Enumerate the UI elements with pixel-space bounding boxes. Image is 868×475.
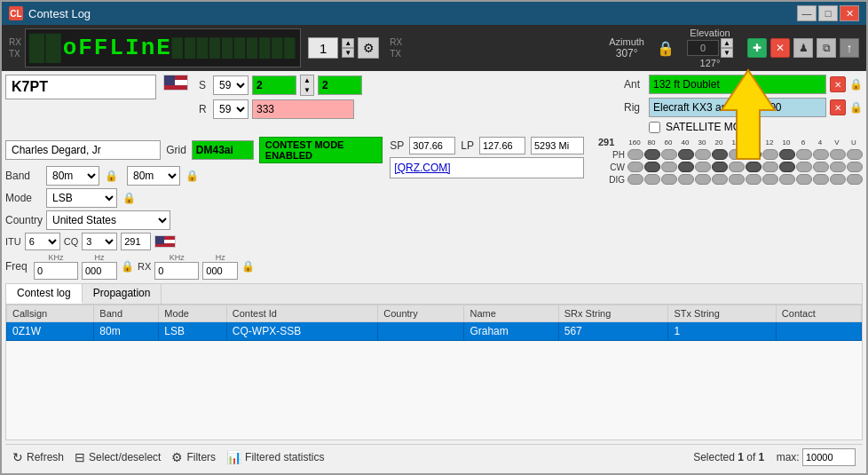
lp-label: LP: [461, 139, 474, 152]
dig-dot-14: [847, 174, 863, 185]
cw-dot-10: [779, 162, 795, 172]
rx-khz-input[interactable]: [154, 262, 199, 280]
col-band: Band: [94, 305, 159, 322]
grid-label: Grid: [166, 144, 186, 156]
callsign-input[interactable]: [5, 75, 156, 99]
rx-band-select[interactable]: 80m: [127, 166, 180, 186]
of-label: of: [746, 451, 755, 463]
freq-khz-label: KHz: [48, 253, 63, 262]
rx-hz-input[interactable]: [202, 262, 238, 280]
delete-button[interactable]: ✕: [770, 38, 790, 58]
refresh-label: Refresh: [27, 451, 64, 463]
refresh-button[interactable]: ↻ Refresh: [12, 450, 64, 464]
rig-input[interactable]: [649, 98, 826, 117]
cell-name: Graham: [464, 322, 558, 341]
cq-label: CQ: [64, 236, 79, 247]
max-input[interactable]: [802, 448, 856, 466]
ant-input[interactable]: [649, 75, 826, 94]
window-title: Contest Log: [28, 7, 91, 20]
r-select[interactable]: 59: [213, 99, 249, 119]
freq-hz-input[interactable]: [82, 262, 117, 280]
filtered-stats-button[interactable]: 📊 Filtered statistics: [226, 450, 324, 464]
r-value-input[interactable]: [252, 99, 354, 119]
copy-button[interactable]: ⧉: [817, 38, 836, 58]
az-el-section: Azimuth 307° 🔒 Elevation ▲ ▼ 127°: [609, 28, 733, 68]
table-row[interactable]: 0Z1W 80m LSB CQ-WPX-SSB Graham 567 1: [7, 322, 862, 341]
mode-lock-icon[interactable]: 🔒: [122, 192, 136, 204]
add-button[interactable]: ✚: [747, 38, 767, 58]
grid-input[interactable]: [192, 140, 254, 160]
maximize-button[interactable]: □: [818, 5, 838, 21]
stats-icon: 📊: [226, 450, 241, 464]
elevation-input[interactable]: [687, 40, 719, 56]
elevation-up-button[interactable]: ▲: [721, 38, 733, 48]
spinner-group: 1 ▲ ▼ ⚙: [308, 37, 379, 59]
cw-label: CW: [598, 162, 625, 172]
ant-delete-button[interactable]: ✕: [830, 76, 846, 92]
s-spinner-down[interactable]: ▼: [301, 85, 313, 95]
cw-dot-11: [796, 162, 812, 172]
itu-select[interactable]: 6: [25, 233, 60, 250]
title-buttons: — □ ✕: [797, 5, 859, 21]
tab-contest-log[interactable]: Contest log: [6, 284, 83, 304]
lock-icon[interactable]: 🔒: [657, 40, 675, 57]
cw-dot-8: [746, 162, 761, 172]
mode-select[interactable]: LSB: [46, 188, 117, 208]
ant-label: Ant: [624, 78, 645, 91]
cw-dot-5: [695, 162, 711, 172]
dig-label: DIG: [598, 175, 625, 185]
cell-srx: 567: [558, 322, 668, 341]
spinner-down-button[interactable]: ▼: [342, 48, 354, 58]
ant-rig-section: Ant ✕ 🔒 Rig ✕ 🔒 SATELLITE MODE: [624, 75, 863, 133]
bottom-bar: ↻ Refresh ⊟ Select/deselect ⚙ Filters 📊 …: [5, 444, 863, 470]
ph-row: PH: [598, 149, 863, 160]
minimize-button[interactable]: —: [797, 5, 817, 21]
sp-input[interactable]: [409, 137, 455, 154]
ant-lock-icon[interactable]: 🔒: [849, 78, 863, 91]
filter-icon: ⚙: [171, 450, 183, 464]
name-input[interactable]: [5, 140, 161, 160]
dig-dot-11: [796, 174, 812, 185]
lp-input[interactable]: [479, 137, 525, 154]
select-deselect-button[interactable]: ⊟ Select/deselect: [75, 450, 161, 464]
elevation-down-button[interactable]: ▼: [721, 48, 733, 58]
dig-dot-7: [729, 174, 745, 185]
filters-button[interactable]: ⚙ Filters: [171, 450, 216, 464]
qrz-panel[interactable]: [QRZ.COM]: [390, 157, 584, 178]
band-select[interactable]: 80m: [46, 166, 99, 186]
azimuth-group: Azimuth 307°: [609, 36, 644, 59]
satellite-checkbox[interactable]: [649, 122, 660, 133]
user-button[interactable]: ♟: [793, 38, 813, 58]
dig-dot-8: [746, 174, 761, 185]
elevation-label: Elevation: [690, 28, 730, 38]
satellite-label: SATELLITE MODE: [666, 121, 756, 133]
flag-small-icon: [154, 235, 176, 248]
rig-lock-icon[interactable]: 🔒: [849, 101, 863, 114]
s-value-input[interactable]: [252, 75, 296, 95]
country-select[interactable]: United States: [46, 210, 170, 230]
dig-dot-4: [678, 174, 694, 185]
tab-propagation[interactable]: Propagation: [83, 284, 162, 304]
s-spinner-input[interactable]: [318, 75, 362, 95]
close-button[interactable]: ✕: [840, 5, 859, 21]
freq-lock-icon[interactable]: 🔒: [121, 260, 134, 273]
freq-hz-label: Hz: [95, 253, 105, 262]
cq-select[interactable]: 3: [82, 233, 117, 250]
settings-button[interactable]: ⚙: [358, 37, 379, 59]
spinner-up-button[interactable]: ▲: [342, 38, 354, 48]
arrow-button[interactable]: ↑: [840, 38, 859, 58]
band-matrix-section: 291 160 80 60 40 30 20 17 15 12 10 6 4: [598, 137, 863, 185]
dig-row: DIG: [598, 174, 863, 185]
freq-khz-input[interactable]: [34, 262, 78, 280]
s-spinner-up[interactable]: ▲: [301, 75, 313, 85]
rx-band-lock-icon[interactable]: 🔒: [185, 170, 199, 182]
band-lock-icon[interactable]: 🔒: [105, 170, 118, 182]
mi-input[interactable]: [531, 137, 584, 154]
satellite-row: SATELLITE MODE: [649, 121, 863, 133]
dig-dot-5: [695, 174, 711, 185]
rx-lock-icon[interactable]: 🔒: [241, 260, 255, 273]
ph-dot-13: [830, 149, 846, 160]
s-select[interactable]: 59: [213, 75, 249, 95]
rig-delete-button[interactable]: ✕: [830, 99, 846, 115]
qrz-link[interactable]: [QRZ.COM]: [394, 162, 450, 174]
